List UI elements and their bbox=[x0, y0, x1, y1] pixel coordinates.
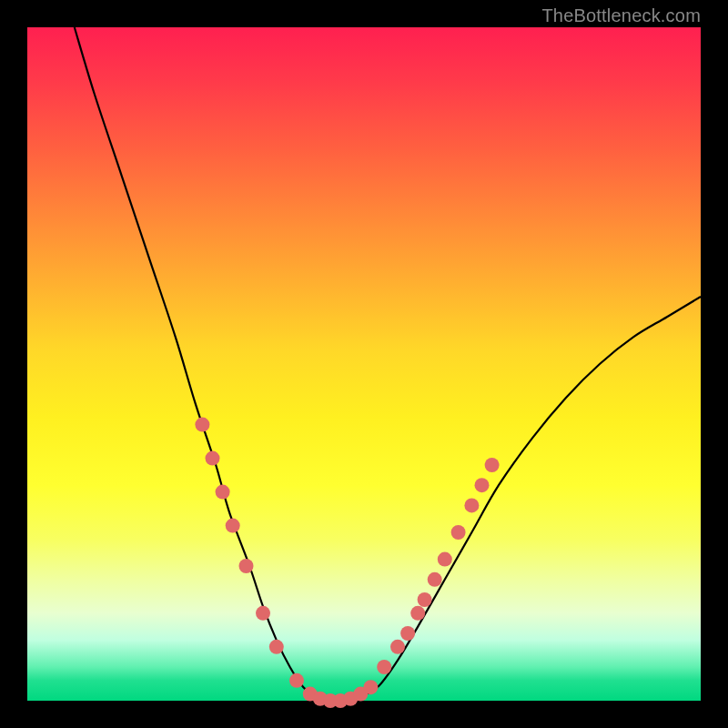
highlight-dot bbox=[400, 626, 415, 641]
highlight-dot bbox=[256, 606, 270, 621]
bottleneck-chart-svg bbox=[27, 27, 701, 701]
highlight-dot bbox=[410, 606, 425, 621]
highlight-dot bbox=[390, 640, 405, 654]
bottleneck-curve-path bbox=[75, 27, 701, 701]
highlight-dot bbox=[475, 478, 490, 492]
watermark-text: TheBottleneck.com bbox=[541, 5, 701, 26]
highlight-dot bbox=[206, 451, 220, 466]
highlight-dot bbox=[428, 572, 442, 587]
highlight-dot bbox=[289, 673, 304, 688]
highlight-dot bbox=[418, 592, 432, 607]
highlight-dot bbox=[226, 519, 240, 533]
highlight-dot bbox=[485, 458, 500, 472]
highlight-dot bbox=[464, 498, 479, 512]
highlight-dot bbox=[269, 640, 284, 654]
highlight-dot bbox=[438, 552, 452, 567]
highlight-dot bbox=[239, 559, 254, 573]
highlight-dot bbox=[377, 660, 391, 674]
highlight-dot bbox=[216, 485, 230, 500]
chart-plot-area bbox=[27, 27, 701, 701]
highlight-dot bbox=[195, 418, 209, 432]
highlight-dot bbox=[363, 680, 378, 694]
highlight-dot bbox=[451, 525, 466, 540]
